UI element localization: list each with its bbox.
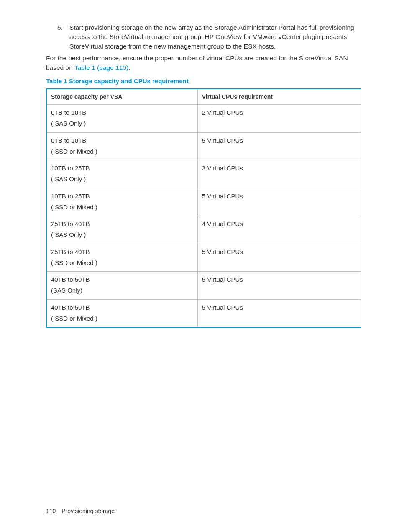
- capacity-cell: 10TB to 25TB ( SSD or Mixed ): [46, 188, 197, 216]
- table-row: 0TB to 10TB ( SAS Only ) 2 Virtual CPUs: [46, 105, 361, 133]
- list-item-body: Start provisioning storage on the new ar…: [69, 23, 361, 51]
- list-item-number: 5.: [46, 23, 69, 51]
- table-header-cpus: Virtual CPUs requirement: [197, 89, 361, 105]
- capacity-type: ( SAS Only ): [51, 119, 193, 128]
- page-footer: 110 Provisioning storage: [46, 507, 115, 515]
- capacity-cell: 10TB to 25TB ( SAS Only ): [46, 160, 197, 188]
- cpu-cell: 5 Virtual CPUs: [197, 272, 361, 300]
- table-row: 10TB to 25TB ( SAS Only ) 3 Virtual CPUs: [46, 160, 361, 188]
- capacity-type: ( SSD or Mixed ): [51, 147, 193, 156]
- capacity-type: ( SSD or Mixed ): [51, 258, 193, 267]
- table-row: 40TB to 50TB ( SSD or Mixed ) 5 Virtual …: [46, 299, 361, 327]
- capacity-cell: 40TB to 50TB (SAS Only): [46, 272, 197, 300]
- capacity-cell: 25TB to 40TB ( SAS Only ): [46, 216, 197, 244]
- capacity-type: ( SSD or Mixed ): [51, 314, 193, 323]
- table-caption: Table 1 Storage capacity and CPUs requir…: [46, 77, 361, 86]
- capacity-type: ( SAS Only ): [51, 175, 193, 184]
- capacity-type: (SAS Only): [51, 286, 193, 295]
- capacity-cell: 25TB to 40TB ( SSD or Mixed ): [46, 244, 197, 272]
- page-number: 110: [46, 508, 56, 514]
- body-paragraph: For the best performance, ensure the pro…: [46, 54, 361, 72]
- section-title: Provisioning storage: [61, 508, 115, 514]
- paragraph-text-post: .: [128, 64, 130, 71]
- capacity-cell: 40TB to 50TB ( SSD or Mixed ): [46, 299, 197, 327]
- requirements-table: Storage capacity per VSA Virtual CPUs re…: [46, 88, 361, 328]
- capacity-range: 10TB to 25TB: [51, 164, 193, 173]
- table-reference-link[interactable]: Table 1 (page 110): [74, 64, 128, 71]
- table-row: 10TB to 25TB ( SSD or Mixed ) 5 Virtual …: [46, 188, 361, 216]
- table-header-row: Storage capacity per VSA Virtual CPUs re…: [46, 89, 361, 105]
- cpu-cell: 5 Virtual CPUs: [197, 244, 361, 272]
- document-page: 5. Start provisioning storage on the new…: [0, 0, 399, 532]
- capacity-range: 25TB to 40TB: [51, 219, 193, 229]
- capacity-range: 40TB to 50TB: [51, 303, 193, 312]
- cpu-cell: 5 Virtual CPUs: [197, 188, 361, 216]
- table-row: 0TB to 10TB ( SSD or Mixed ) 5 Virtual C…: [46, 132, 361, 160]
- capacity-range: 0TB to 10TB: [51, 136, 193, 145]
- cpu-cell: 5 Virtual CPUs: [197, 132, 361, 160]
- table-row: 25TB to 40TB ( SSD or Mixed ) 5 Virtual …: [46, 244, 361, 272]
- cpu-cell: 5 Virtual CPUs: [197, 299, 361, 327]
- capacity-range: 25TB to 40TB: [51, 247, 193, 257]
- capacity-cell: 0TB to 10TB ( SAS Only ): [46, 105, 197, 133]
- table-row: 40TB to 50TB (SAS Only) 5 Virtual CPUs: [46, 272, 361, 300]
- capacity-type: ( SAS Only ): [51, 230, 193, 239]
- capacity-range: 10TB to 25TB: [51, 192, 193, 201]
- capacity-range: 40TB to 50TB: [51, 275, 193, 284]
- capacity-range: 0TB to 10TB: [51, 108, 193, 117]
- ordered-list-item: 5. Start provisioning storage on the new…: [46, 23, 361, 51]
- cpu-cell: 2 Virtual CPUs: [197, 105, 361, 133]
- table-row: 25TB to 40TB ( SAS Only ) 4 Virtual CPUs: [46, 216, 361, 244]
- capacity-type: ( SSD or Mixed ): [51, 203, 193, 212]
- cpu-cell: 4 Virtual CPUs: [197, 216, 361, 244]
- cpu-cell: 3 Virtual CPUs: [197, 160, 361, 188]
- capacity-cell: 0TB to 10TB ( SSD or Mixed ): [46, 132, 197, 160]
- table-header-capacity: Storage capacity per VSA: [46, 89, 197, 105]
